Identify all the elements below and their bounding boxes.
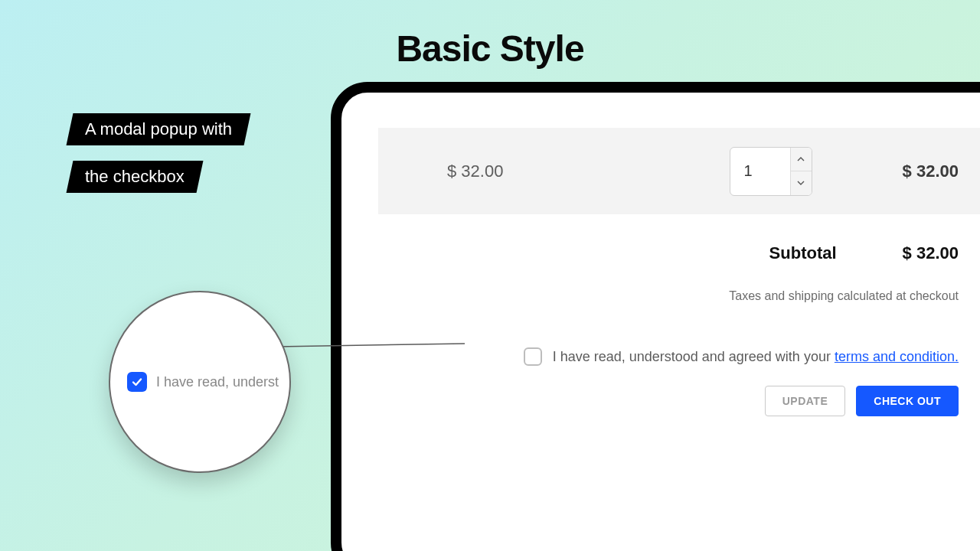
tax-shipping-note: Taxes and shipping calculated at checkou…: [378, 289, 980, 303]
subtotal-label: Subtotal: [769, 243, 837, 263]
subtotal-value: $ 32.00: [903, 243, 959, 263]
caption-tag-2-text: the checkbox: [85, 168, 185, 185]
check-icon: [131, 376, 143, 388]
terms-text-prefix: I have read, understood and agreed with …: [553, 349, 835, 364]
page-title: Basic Style: [0, 28, 980, 70]
magnifier-detail: I have read, underst: [109, 291, 291, 473]
unit-price: $ 32.00: [447, 161, 503, 181]
terms-checkbox[interactable]: [524, 347, 542, 366]
terms-text: I have read, understood and agreed with …: [553, 349, 959, 365]
action-buttons: UPDATE CHECK OUT: [378, 386, 980, 416]
caption-tag-1-text: A modal popup with: [85, 121, 232, 138]
caption-tag-2: the checkbox: [67, 161, 204, 193]
subtotal-row: Subtotal $ 32.00: [378, 243, 980, 263]
quantity-decrease-button[interactable]: [790, 171, 812, 195]
caption-tag-1: A modal popup with: [67, 113, 251, 145]
cart-line-item: $ 32.00 1 $ 32.00: [378, 128, 980, 214]
terms-agree-row: I have read, understood and agreed with …: [378, 347, 980, 366]
quantity-increase-button[interactable]: [790, 148, 812, 171]
modal-popup: $ 32.00 1 $ 32.00 Subtotal $ 32.00 Taxes…: [331, 82, 980, 551]
checkout-button[interactable]: CHECK OUT: [856, 386, 959, 416]
quantity-stepper[interactable]: 1: [730, 147, 812, 196]
chevron-down-icon: [797, 181, 805, 185]
update-button[interactable]: UPDATE: [765, 386, 846, 416]
quantity-value[interactable]: 1: [730, 148, 790, 195]
chevron-up-icon: [797, 157, 805, 161]
terms-link[interactable]: terms and condition.: [835, 349, 959, 364]
terms-checkbox-checked[interactable]: [127, 372, 147, 392]
line-total: $ 32.00: [903, 161, 959, 181]
magnifier-text: I have read, underst: [156, 374, 279, 390]
